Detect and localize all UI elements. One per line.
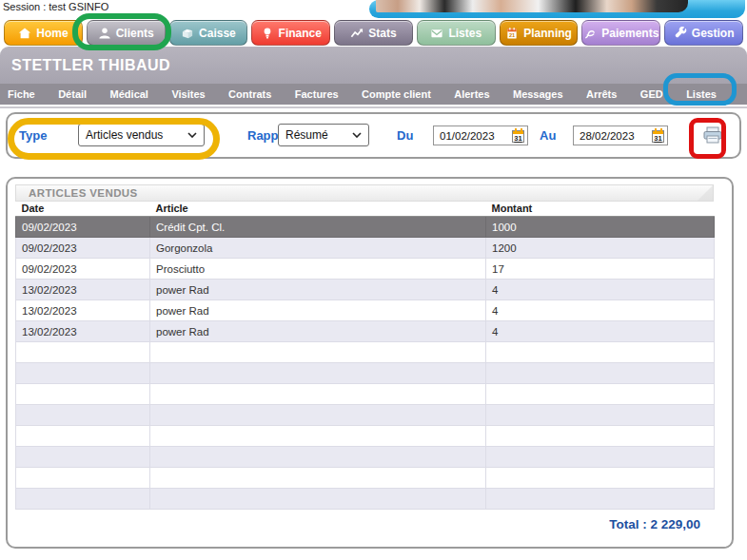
date-from-value: 01/02/2023 — [440, 130, 495, 142]
tab-stats[interactable]: Stats — [334, 20, 413, 46]
tab-label: Caisse — [199, 27, 236, 40]
tab-clients[interactable]: Clients — [87, 20, 166, 46]
calendar-day: 31 — [653, 134, 663, 143]
tab-gestion[interactable]: Gestion — [664, 20, 743, 46]
cell-montant: 1000 — [486, 217, 715, 238]
cell-article: Prosciutto — [150, 259, 486, 280]
subnav-item-factures[interactable]: Factures — [295, 88, 339, 100]
table-row[interactable]: 09/02/2023 Gorgonzola 1200 — [16, 238, 715, 259]
tab-label: Stats — [368, 27, 396, 40]
table-row[interactable]: 13/02/2023 power Rad 4 — [16, 321, 715, 342]
clients-icon — [98, 27, 111, 40]
date-to-value: 28/02/2023 — [580, 130, 635, 142]
col-header-montant: Montant — [486, 202, 715, 217]
subnav-item-fiche[interactable]: Fiche — [8, 88, 35, 100]
table-row[interactable]: 13/02/2023 power Rad 4 — [16, 280, 715, 300]
stats-icon — [350, 27, 364, 40]
wrench-icon — [674, 27, 687, 40]
cell-montant: 4 — [486, 300, 715, 321]
finance-icon — [261, 27, 274, 40]
date-to-field[interactable]: 28/02/2023 31 — [573, 126, 668, 145]
subnav-item-messages[interactable]: Messages — [513, 88, 563, 100]
table-row[interactable]: 09/02/2023 Prosciutto 17 — [16, 259, 715, 280]
cell-date: 09/02/2023 — [16, 238, 150, 259]
table-title: ARTICLES VENDUS — [29, 187, 138, 199]
tab-finance[interactable]: Finance — [251, 20, 330, 46]
cell-article: power Rad — [150, 280, 486, 300]
report-select[interactable]: Résumé — [278, 124, 369, 146]
empty-row — [16, 363, 715, 384]
chevron-down-icon — [187, 132, 197, 138]
mail-list-icon — [430, 27, 443, 40]
tab-label: Listes — [448, 27, 482, 40]
empty-row — [16, 426, 715, 447]
total-label: Total : 2 229,00 — [15, 517, 714, 531]
cell-date: 13/02/2023 — [16, 280, 150, 300]
table-row[interactable]: 13/02/2023 power Rad 4 — [16, 300, 715, 321]
calendar-day: 31 — [513, 134, 523, 143]
type-select[interactable]: Articles vendus — [78, 124, 205, 146]
cell-article: Gorgonzola — [150, 238, 486, 259]
printer-icon — [702, 126, 723, 145]
tab-home[interactable]: Home — [4, 20, 83, 46]
date-from-field[interactable]: 01/02/2023 31 — [433, 126, 528, 145]
tab-label: Planning — [523, 27, 572, 40]
articles-table-panel: ARTICLES VENDUS Date Article Montant 09/… — [6, 177, 734, 549]
cell-article: power Rad — [150, 321, 486, 342]
svg-text:21: 21 — [509, 32, 515, 38]
tab-label: Finance — [279, 27, 322, 40]
date-from-label: Du — [397, 128, 413, 143]
filter-bar: Type Articles vendus Rapport Résumé Du 0… — [6, 112, 741, 159]
table-row[interactable]: 09/02/2023 Crédit Cpt. Cl. 1000 — [16, 217, 715, 238]
client-subnav: Fiche Détail Médical Visites Contrats Fa… — [0, 84, 747, 105]
tab-label: Paiements — [601, 27, 659, 40]
tab-listes[interactable]: Listes — [417, 20, 496, 46]
type-label: Type — [19, 128, 47, 143]
tab-paiements[interactable]: Paiements — [581, 20, 660, 46]
calendar-pegs — [515, 128, 517, 131]
tab-planning[interactable]: 21 Planning — [500, 20, 579, 46]
subnav-item-detail[interactable]: Détail — [58, 88, 87, 100]
subnav-item-medical[interactable]: Médical — [110, 88, 148, 100]
subnav-item-listes[interactable]: Listes — [686, 88, 717, 100]
table-title-band: ARTICLES VENDUS — [15, 184, 714, 202]
subnav-item-contrats[interactable]: Contrats — [228, 88, 271, 100]
session-label: Session : test GSINFO — [3, 1, 108, 12]
empty-row — [16, 447, 715, 468]
tab-caisse[interactable]: Caisse — [169, 20, 248, 46]
cell-date: 13/02/2023 — [16, 321, 150, 342]
cell-article: Crédit Cpt. Cl. — [150, 217, 486, 238]
date-to-label: Au — [540, 128, 556, 143]
tab-label: Clients — [116, 27, 154, 40]
calendar-picker-icon[interactable]: 31 — [512, 130, 524, 143]
table-header-row: Date Article Montant — [16, 202, 715, 217]
calendar-picker-icon[interactable]: 31 — [652, 130, 664, 143]
cell-montant: 17 — [486, 259, 715, 280]
empty-row — [16, 405, 715, 426]
empty-row — [16, 384, 715, 405]
report-select-value: Résumé — [285, 128, 328, 142]
subnav-underline — [0, 106, 747, 108]
empty-row — [16, 489, 715, 510]
empty-row — [16, 468, 715, 489]
subnav-item-alertes[interactable]: Alertes — [454, 88, 489, 100]
client-header-band: STETTLER THIBAUD — [0, 47, 747, 84]
payment-icon — [583, 27, 597, 40]
subnav-item-visites[interactable]: Visites — [171, 88, 205, 100]
articles-table: Date Article Montant 09/02/2023 Crédit C… — [15, 202, 715, 510]
main-tab-bar: Home Clients Caisse Finance Stats Listes… — [4, 20, 743, 46]
col-header-article: Article — [150, 202, 486, 217]
print-button[interactable] — [700, 124, 725, 146]
banner-photo — [376, 0, 688, 12]
cell-date: 13/02/2023 — [16, 300, 150, 321]
type-select-value: Articles vendus — [86, 128, 163, 142]
subnav-item-compte-client[interactable]: Compte client — [362, 88, 431, 100]
calendar-icon: 21 — [505, 27, 519, 40]
cell-montant: 1200 — [486, 238, 715, 259]
subnav-item-ged[interactable]: GED — [640, 88, 663, 100]
tab-label: Home — [36, 27, 68, 40]
cell-article: power Rad — [150, 300, 486, 321]
subnav-item-arrets[interactable]: Arrêts — [586, 88, 617, 100]
tab-label: Gestion — [692, 27, 735, 40]
col-header-date: Date — [16, 202, 150, 217]
